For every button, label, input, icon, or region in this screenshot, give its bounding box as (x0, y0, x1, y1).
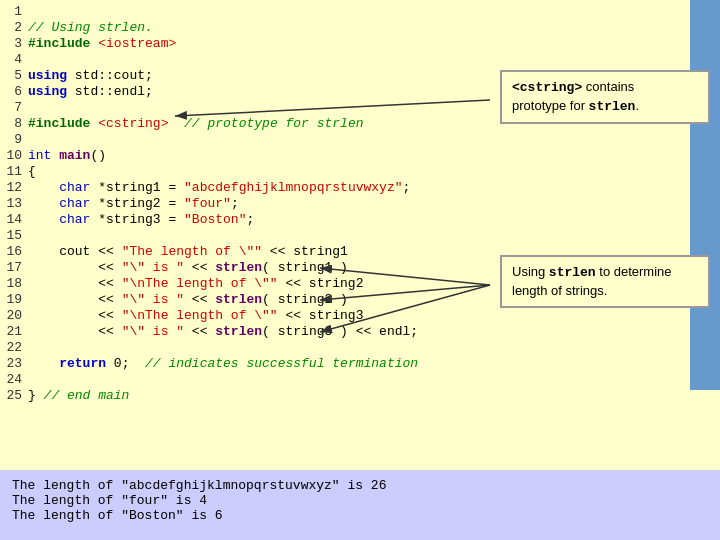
line-25: 25 } // end main (0, 388, 720, 404)
line-20: 20 << "\nThe length of \"" << string3 (0, 308, 720, 324)
line-10: 10 int main() (0, 148, 720, 164)
ln-5: 5 (0, 68, 28, 84)
lc-13: char *string2 = "four"; (28, 196, 720, 212)
lc-11: { (28, 164, 720, 180)
lc-10: int main() (28, 148, 720, 164)
line-21: 21 << "\" is " << strlen( string3 ) << e… (0, 324, 720, 340)
ln-25: 25 (0, 388, 28, 404)
ln-16: 16 (0, 244, 28, 260)
ln-12: 12 (0, 180, 28, 196)
lc-21: << "\" is " << strlen( string3 ) << endl… (28, 324, 720, 340)
ln-22: 22 (0, 340, 28, 356)
ln-4: 4 (0, 52, 28, 68)
ln-10: 10 (0, 148, 28, 164)
tooltip-cstring-text: <cstring> containsprototype for strlen. (512, 79, 639, 113)
lc-14: char *string3 = "Boston"; (28, 212, 720, 228)
main-container: 1 2 // Using strlen. 3 #include <iostrea… (0, 0, 720, 540)
tooltip-cstring: <cstring> containsprototype for strlen. (500, 70, 710, 124)
line-12: 12 char *string1 = "abcdefghijklmnopqrst… (0, 180, 720, 196)
ln-3: 3 (0, 36, 28, 52)
lc-12: char *string1 = "abcdefghijklmnopqrstuvw… (28, 180, 720, 196)
output-area: The length of "abcdefghijklmnopqrstuvwxy… (0, 470, 720, 540)
tooltip-strlen: Using strlen to determinelength of strin… (500, 255, 710, 308)
output-line-1: The length of "abcdefghijklmnopqrstuvwxy… (12, 478, 708, 493)
ln-13: 13 (0, 196, 28, 212)
lc-3: #include <iostream> (28, 36, 720, 52)
tooltip-strlen-text: Using strlen to determinelength of strin… (512, 264, 672, 298)
ln-7: 7 (0, 100, 28, 116)
line-24: 24 (0, 372, 720, 388)
ln-17: 17 (0, 260, 28, 276)
line-9: 9 (0, 132, 720, 148)
lc-25: } // end main (28, 388, 720, 404)
line-13: 13 char *string2 = "four"; (0, 196, 720, 212)
line-3: 3 #include <iostream> (0, 36, 720, 52)
output-line-3: The length of "Boston" is 6 (12, 508, 708, 523)
line-23: 23 return 0; // indicates successful ter… (0, 356, 720, 372)
ln-23: 23 (0, 356, 28, 372)
ln-18: 18 (0, 276, 28, 292)
ln-11: 11 (0, 164, 28, 180)
lc-23: return 0; // indicates successful termin… (28, 356, 720, 372)
lc-20: << "\nThe length of \"" << string3 (28, 308, 720, 324)
line-14: 14 char *string3 = "Boston"; (0, 212, 720, 228)
line-15: 15 (0, 228, 720, 244)
ln-19: 19 (0, 292, 28, 308)
ln-1: 1 (0, 4, 28, 20)
ln-14: 14 (0, 212, 28, 228)
ln-21: 21 (0, 324, 28, 340)
line-22: 22 (0, 340, 720, 356)
lc-2: // Using strlen. (28, 20, 720, 36)
ln-2: 2 (0, 20, 28, 36)
line-2: 2 // Using strlen. (0, 20, 720, 36)
line-1: 1 (0, 4, 720, 20)
output-line-2: The length of "four" is 4 (12, 493, 708, 508)
line-11: 11 { (0, 164, 720, 180)
right-sidebar (690, 0, 720, 390)
ln-6: 6 (0, 84, 28, 100)
ln-8: 8 (0, 116, 28, 132)
ln-24: 24 (0, 372, 28, 388)
ln-15: 15 (0, 228, 28, 244)
code-area: 1 2 // Using strlen. 3 #include <iostrea… (0, 0, 720, 470)
line-4: 4 (0, 52, 720, 68)
ln-9: 9 (0, 132, 28, 148)
ln-20: 20 (0, 308, 28, 324)
